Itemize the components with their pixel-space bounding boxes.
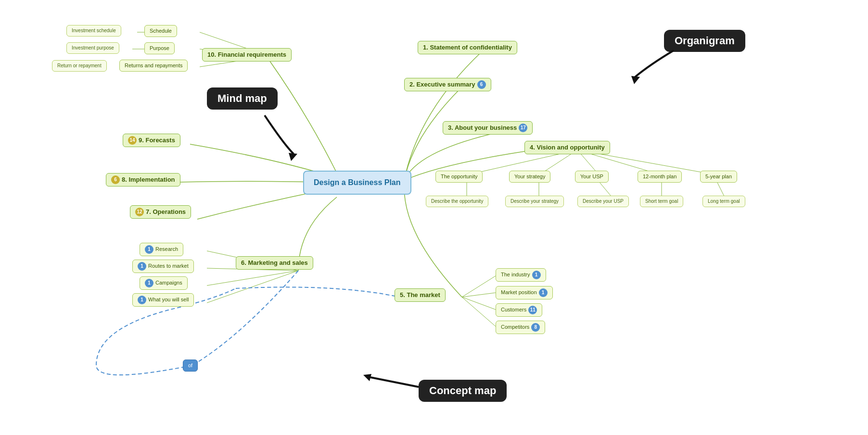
node-4-label: 4. Vision and opportunity — [530, 143, 605, 152]
svg-line-12 — [462, 297, 496, 310]
short-term-goal: Short term goal — [640, 196, 683, 207]
your-strategy-label: Your strategy — [514, 173, 545, 180]
your-usp-label: Your USP — [580, 173, 603, 180]
investment-schedule-label: Investment schedule — [66, 25, 121, 37]
purpose-node[interactable]: Purpose — [144, 42, 175, 54]
node-7[interactable]: 12 7. Operations — [130, 205, 191, 219]
node-3[interactable]: 3. About your business 17 — [443, 121, 533, 135]
desc-strategy: Describe your strategy — [505, 196, 564, 207]
desc-opp-label: Describe the opportunity — [431, 198, 483, 205]
sell-label: What you will sell — [148, 296, 189, 303]
desc-usp: Describe your USP — [577, 196, 629, 207]
mindmap-arrow — [236, 106, 332, 163]
node-10[interactable]: 10. Financial requirements — [202, 48, 292, 62]
node-4[interactable]: 4. Vision and opportunity — [524, 141, 610, 154]
customers-badge: 11 — [528, 306, 537, 314]
node-9-label: 9. Forecasts — [139, 136, 175, 145]
svg-line-11 — [462, 293, 496, 297]
market-pos-label: Market position — [501, 289, 537, 296]
node-2[interactable]: 2. Executive summary 6 — [404, 78, 491, 91]
organigram-label: Organigram — [664, 30, 745, 52]
node-6[interactable]: 6. Marketing and sales — [236, 256, 313, 270]
svg-line-9 — [717, 182, 724, 196]
svg-marker-25 — [363, 374, 371, 381]
svg-marker-24 — [631, 76, 640, 84]
competitors-label: Competitors — [501, 323, 529, 331]
desc-usp-label: Describe your USP — [583, 198, 624, 205]
sell-badge: 1 — [138, 296, 146, 304]
conceptmap-label: Concept map — [419, 380, 507, 402]
competitors[interactable]: Competitors 8 — [496, 321, 545, 334]
node-6-label: 6. Marketing and sales — [241, 259, 308, 267]
svg-line-10 — [462, 276, 496, 297]
node-9[interactable]: 14 9. Forecasts — [123, 134, 180, 147]
node-8-label: 8. Implementation — [122, 175, 175, 184]
svg-line-7 — [599, 182, 611, 196]
inv-purp-text: Investment purpose — [72, 45, 114, 51]
node-1[interactable]: 1. Statement of confidentiality — [418, 41, 517, 54]
purpose-label: Purpose — [150, 45, 169, 52]
routes-badge: 1 — [138, 262, 146, 271]
5-year-label: 5-year plan — [705, 173, 732, 180]
5-year-plan[interactable]: 5-year plan — [700, 171, 737, 183]
your-strategy[interactable]: Your strategy — [509, 171, 550, 183]
vision-opportunity[interactable]: The opportunity — [435, 171, 483, 183]
returns-repayments-node[interactable]: Returns and repayments — [119, 60, 188, 72]
routes-label: Routes to market — [148, 262, 189, 270]
12-month-label: 12-month plan — [643, 173, 677, 180]
market-position[interactable]: Market position 1 — [496, 286, 553, 299]
industry-badge: 1 — [532, 271, 541, 279]
node-2-label: 2. Executive summary — [409, 80, 475, 89]
return-text: Return or repayment — [57, 62, 102, 69]
research-badge: 1 — [145, 245, 153, 254]
campaigns[interactable]: 1 Campaigns — [140, 276, 188, 290]
center-node: Design a Business Plan — [303, 171, 411, 195]
research[interactable]: 1 Research — [140, 243, 183, 256]
mindmap-canvas: Design a Business Plan 1. Statement of c… — [0, 0, 868, 435]
campaigns-label: Campaigns — [155, 279, 182, 286]
vision-opp-label: The opportunity — [441, 173, 477, 180]
of-label: of — [188, 362, 192, 369]
industry-label: The industry — [501, 271, 530, 278]
svg-marker-23 — [289, 153, 297, 161]
desc-strategy-label: Describe your strategy — [511, 198, 559, 205]
return-repayment-label: Return or repayment — [52, 60, 107, 72]
node-2-badge: 6 — [477, 80, 486, 89]
svg-line-16 — [207, 271, 298, 286]
campaigns-badge: 1 — [145, 279, 153, 287]
long-term-label: Long term goal — [708, 198, 740, 205]
what-you-will-sell[interactable]: 1 What you will sell — [132, 293, 194, 307]
of-node: of — [183, 360, 198, 372]
schedule-node[interactable]: Schedule — [144, 25, 177, 37]
svg-line-13 — [462, 297, 496, 326]
svg-line-17 — [207, 271, 298, 303]
schedule-label: Schedule — [150, 27, 172, 35]
routes-to-market[interactable]: 1 Routes to market — [132, 260, 194, 273]
long-term-goal: Long term goal — [702, 196, 745, 207]
node-7-badge: 12 — [135, 208, 144, 216]
node-5[interactable]: 5. The market — [395, 288, 446, 302]
inv-sched-text: Investment schedule — [72, 27, 116, 34]
returns-label: Returns and repayments — [125, 62, 182, 69]
node-10-label: 10. Financial requirements — [207, 50, 286, 59]
research-label: Research — [155, 246, 178, 253]
the-industry[interactable]: The industry 1 — [496, 268, 546, 282]
investment-purpose-label: Investment purpose — [66, 42, 119, 54]
node-9-badge: 14 — [128, 136, 137, 145]
node-8-badge: 6 — [111, 175, 120, 184]
node-8[interactable]: 6 8. Implementation — [106, 173, 180, 186]
desc-opportunity: Describe the opportunity — [426, 196, 488, 207]
customers-label: Customers — [501, 306, 526, 313]
market-pos-badge: 1 — [539, 288, 548, 297]
node-3-label: 3. About your business — [448, 124, 517, 132]
short-term-label: Short term goal — [645, 198, 678, 205]
node-5-label: 5. The market — [400, 291, 440, 299]
mindmap-label: Mind map — [207, 87, 278, 110]
node-1-label: 1. Statement of confidentiality — [423, 43, 512, 52]
competitors-badge: 8 — [531, 323, 540, 332]
your-usp[interactable]: Your USP — [575, 171, 609, 183]
12-month-plan[interactable]: 12-month plan — [638, 171, 682, 183]
node-3-badge: 17 — [519, 124, 527, 132]
customers[interactable]: Customers 11 — [496, 303, 542, 317]
node-7-label: 7. Operations — [146, 208, 186, 216]
